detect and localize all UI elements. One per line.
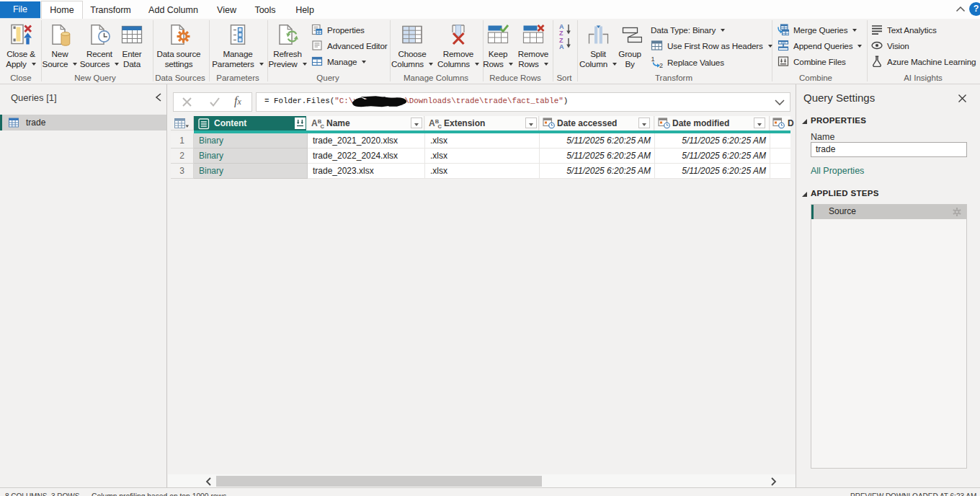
svg-text:Z: Z (559, 30, 564, 35)
svg-text:2: 2 (659, 62, 663, 68)
svg-text:A: A (559, 43, 564, 49)
svg-text:1: 1 (651, 56, 655, 63)
